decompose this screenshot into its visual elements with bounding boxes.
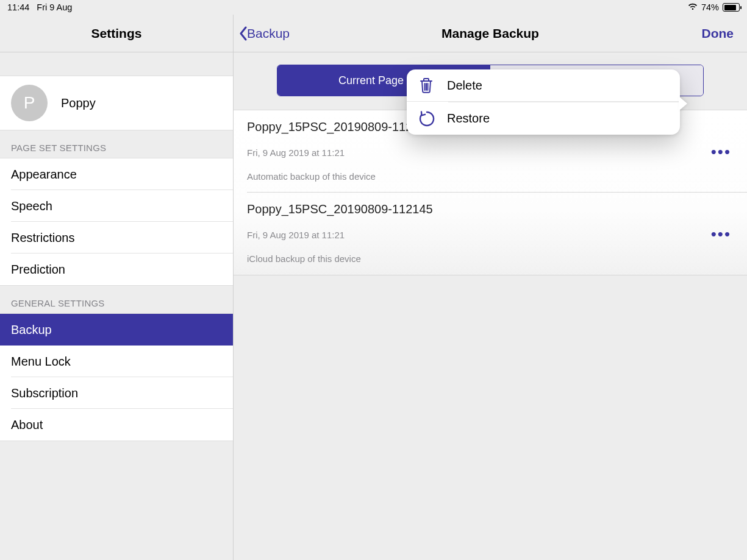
sidebar-item-menu-lock[interactable]: Menu Lock: [0, 346, 233, 377]
status-date: Fri 9 Aug: [37, 2, 72, 12]
sidebar-title-bar: Settings: [0, 15, 233, 52]
sidebar-item-restrictions[interactable]: Restrictions: [0, 222, 233, 253]
popover-delete[interactable]: Delete: [407, 69, 680, 102]
more-button[interactable]: •••: [711, 142, 731, 161]
done-button[interactable]: Done: [702, 26, 734, 41]
page-set-list: Appearance Speech Restrictions Predictio…: [0, 158, 233, 286]
profile-name: Poppy: [61, 96, 96, 110]
sidebar-item-appearance[interactable]: Appearance: [0, 158, 233, 190]
popover-delete-label: Delete: [447, 79, 482, 93]
popover-restore[interactable]: Restore: [407, 102, 680, 135]
status-time: 11:44: [7, 2, 29, 12]
sidebar-item-backup[interactable]: Backup: [0, 314, 233, 346]
avatar: P: [11, 85, 48, 121]
detail-title-bar: Backup Manage Backup Done: [234, 15, 747, 52]
sidebar-title: Settings: [91, 26, 142, 41]
settings-sidebar: Settings P Poppy PAGE SET SETTINGS Appea…: [0, 15, 234, 560]
section-header-general: GENERAL SETTINGS: [0, 286, 233, 313]
wifi-icon: [688, 2, 698, 12]
backup-desc: Automatic backup of this device: [247, 171, 734, 182]
detail-title: Manage Backup: [441, 26, 539, 41]
detail-pane: Backup Manage Backup Done Current Page S…: [234, 15, 747, 560]
sidebar-item-prediction[interactable]: Prediction: [0, 253, 233, 285]
back-button[interactable]: Backup: [238, 26, 290, 41]
sidebar-item-subscription[interactable]: Subscription: [0, 377, 233, 409]
back-label: Backup: [247, 26, 290, 41]
backup-desc: iCloud backup of this device: [247, 253, 734, 264]
status-battery-pct: 74%: [701, 2, 719, 12]
backup-row[interactable]: Poppy_15PSC_20190809-112145 Fri, 9 Aug 2…: [234, 193, 747, 275]
backup-date: Fri, 9 Aug 2019 at 11:21: [247, 230, 734, 240]
actions-popover: Delete Restore: [407, 69, 680, 135]
battery-icon: [723, 3, 740, 12]
section-header-page-set: PAGE SET SETTINGS: [0, 130, 233, 158]
sidebar-item-speech[interactable]: Speech: [0, 190, 233, 222]
general-list: Backup Menu Lock Subscription About: [0, 313, 233, 441]
more-button[interactable]: •••: [711, 224, 731, 243]
more-icon: •••: [711, 224, 731, 243]
backup-list: Poppy_15PSC_20190809-112 Fri, 9 Aug 2019…: [234, 110, 747, 275]
trash-icon: [418, 76, 447, 94]
backup-title: Poppy_15PSC_20190809-112145: [247, 202, 734, 216]
restore-icon: [418, 110, 447, 128]
sidebar-item-about[interactable]: About: [0, 409, 233, 441]
status-bar: 11:44 Fri 9 Aug 74%: [0, 0, 747, 15]
more-icon: •••: [711, 142, 731, 160]
backup-date: Fri, 9 Aug 2019 at 11:21: [247, 147, 734, 158]
profile-row[interactable]: P Poppy: [0, 76, 233, 130]
popover-restore-label: Restore: [447, 112, 490, 126]
